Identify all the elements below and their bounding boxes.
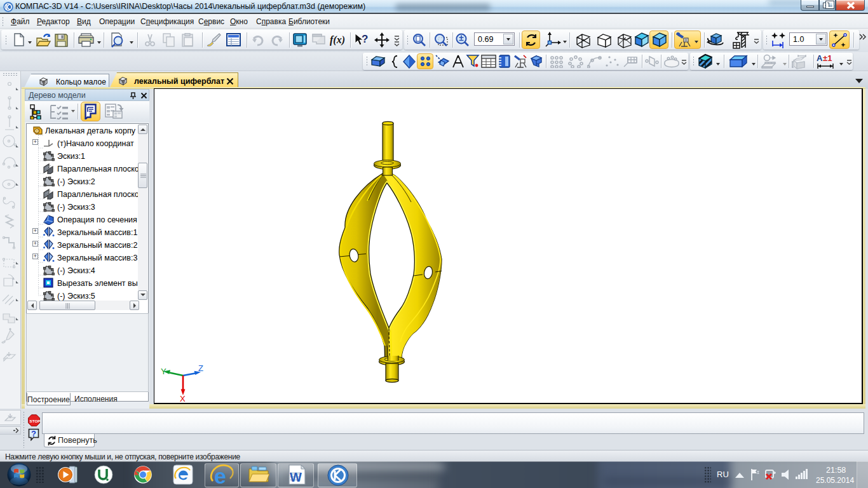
svg-text:STOP: STOP bbox=[30, 419, 40, 423]
svg-text:A: A bbox=[817, 54, 823, 63]
svg-text:?: ? bbox=[362, 33, 368, 45]
svg-text:Y: Y bbox=[161, 367, 166, 376]
svg-text:±1: ±1 bbox=[823, 54, 832, 63]
svg-text:f(x): f(x) bbox=[330, 34, 345, 46]
svg-text:Z: Z bbox=[198, 363, 203, 373]
svg-text:?: ? bbox=[31, 429, 36, 438]
svg-text:W: W bbox=[290, 470, 302, 484]
svg-text:X: X bbox=[180, 394, 186, 403]
